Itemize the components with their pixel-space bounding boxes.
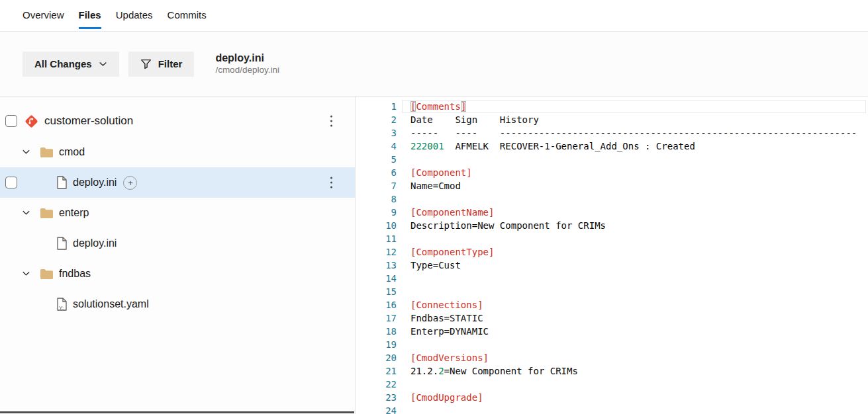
folder-label: cmod	[59, 146, 85, 158]
line-content: Type=Cust	[410, 259, 461, 272]
line-content: [CmodVersions]	[410, 351, 489, 364]
line-number: 17	[356, 311, 397, 325]
line-content: [CmodUpgrade]	[410, 391, 483, 404]
toolbar: All Changes Filter deploy.ini /cmod/depl…	[0, 32, 868, 97]
code-line-11[interactable]: 11	[356, 232, 868, 245]
tree-item-fndbas[interactable]: fndbas	[0, 259, 355, 289]
file-path: /cmod/deploy.ini	[215, 65, 279, 76]
line-number: 24	[356, 404, 397, 414]
folder-icon	[40, 208, 54, 219]
code-line-13[interactable]: 13Type=Cust	[356, 259, 868, 272]
current-line-highlight	[402, 100, 866, 113]
code-line-4[interactable]: 4222001 AFMELK RECOVER-1-General_Add_Ons…	[356, 140, 868, 153]
code-line-17[interactable]: 17Fndbas=STATIC	[356, 311, 868, 325]
yaml-file-icon: Y:	[56, 298, 68, 311]
line-content: Description=New Component for CRIMs	[410, 219, 606, 232]
file-tree: customer-solutioncmoddeploy.ini+enterpde…	[0, 97, 356, 414]
chevron-down-icon[interactable]	[21, 147, 32, 157]
file-label: solutionset.yaml	[73, 298, 149, 310]
line-content: [Comments]	[410, 100, 466, 113]
code-line-2[interactable]: 2Date Sign History	[356, 113, 868, 126]
tab-commits[interactable]: Commits	[168, 1, 207, 31]
line-number: 18	[356, 325, 397, 338]
code-line-12[interactable]: 12[ComponentType]	[356, 245, 868, 259]
line-number: 3	[356, 126, 397, 140]
checkbox[interactable]	[5, 115, 17, 127]
line-number: 23	[356, 391, 397, 404]
code-line-24[interactable]: 24	[356, 404, 868, 414]
chevron-down-icon[interactable]	[21, 269, 32, 279]
folder-label: fndbas	[59, 268, 91, 280]
kebab-menu-icon[interactable]	[328, 175, 335, 191]
tree-item-deploy-ini[interactable]: deploy.ini	[0, 228, 355, 259]
code-line-22[interactable]: 22	[356, 378, 868, 391]
line-content: Enterp=DYNAMIC	[410, 325, 489, 338]
code-editor[interactable]: 1[Comments]2Date Sign History3----- ----…	[356, 97, 868, 414]
line-content: Date Sign History	[410, 113, 539, 126]
line-number: 5	[356, 153, 397, 166]
all-changes-dropdown[interactable]: All Changes	[23, 52, 119, 77]
line-content: [Component]	[410, 166, 472, 179]
line-number: 11	[356, 232, 397, 245]
code-line-6[interactable]: 6[Component]	[356, 166, 868, 179]
filter-button[interactable]: Filter	[128, 52, 195, 77]
line-content: [Connections]	[410, 298, 483, 311]
code-line-5[interactable]: 5	[356, 153, 868, 166]
repo-label: customer-solution	[44, 114, 133, 128]
line-number: 22	[356, 378, 397, 391]
folder-icon	[40, 269, 54, 280]
tree-item-solutionset-yaml[interactable]: Y:solutionset.yaml	[0, 289, 355, 319]
tree-horizontal-scrollbar[interactable]	[0, 411, 354, 413]
tree-rows: customer-solutioncmoddeploy.ini+enterpde…	[0, 105, 355, 319]
tab-overview[interactable]: Overview	[23, 1, 64, 31]
code-line-20[interactable]: 20[CmodVersions]	[356, 351, 868, 364]
file-icon	[56, 237, 68, 250]
chevron-down-icon[interactable]	[21, 208, 32, 218]
code-line-1[interactable]: 1[Comments]	[356, 100, 868, 113]
line-number: 8	[356, 192, 397, 206]
code-line-8[interactable]: 8	[356, 192, 868, 206]
code-line-9[interactable]: 9[ComponentName]	[356, 206, 868, 219]
line-number: 13	[356, 259, 397, 272]
code-line-15[interactable]: 15	[356, 285, 868, 298]
line-content: 21.2.2=New Component for CRIMs	[410, 364, 578, 378]
line-number: 20	[356, 351, 397, 364]
filter-icon	[140, 58, 152, 69]
line-content: 222001 AFMELK RECOVER-1-General_Add_Ons …	[410, 140, 695, 153]
kebab-menu-icon[interactable]	[328, 113, 335, 130]
checkbox[interactable]	[5, 177, 17, 188]
line-content: ----- ---- -----------------------------…	[410, 126, 857, 140]
tab-updates[interactable]: Updates	[116, 1, 153, 31]
all-changes-label: All Changes	[34, 58, 92, 69]
tab-files[interactable]: Files	[79, 1, 101, 29]
code-line-3[interactable]: 3----- ---- ----------------------------…	[356, 126, 868, 140]
code-line-18[interactable]: 18Enterp=DYNAMIC	[356, 325, 868, 338]
file-icon	[56, 176, 68, 189]
line-number: 2	[356, 113, 397, 126]
code-line-19[interactable]: 19	[356, 338, 868, 351]
file-header: deploy.ini /cmod/deploy.ini	[215, 52, 279, 76]
line-number: 12	[356, 245, 397, 259]
tree-item-deploy-ini[interactable]: deploy.ini+	[0, 167, 355, 198]
tree-item-enterp[interactable]: enterp	[0, 198, 355, 228]
main-split: customer-solutioncmoddeploy.ini+enterpde…	[0, 97, 868, 414]
line-number: 9	[356, 206, 397, 219]
filter-label: Filter	[158, 58, 183, 69]
tree-repo-customer-solution[interactable]: customer-solution	[0, 105, 355, 137]
code-line-7[interactable]: 7Name=Cmod	[356, 179, 868, 192]
line-content: Name=Cmod	[410, 179, 461, 192]
line-number: 19	[356, 338, 397, 351]
code-line-10[interactable]: 10Description=New Component for CRIMs	[356, 219, 868, 232]
line-number: 1	[356, 100, 397, 113]
line-number: 15	[356, 285, 397, 298]
line-number: 21	[356, 364, 397, 378]
code-line-14[interactable]: 14	[356, 272, 868, 285]
add-badge[interactable]: +	[123, 176, 137, 190]
code-line-23[interactable]: 23[CmodUpgrade]	[356, 391, 868, 404]
file-label: deploy.ini	[73, 177, 117, 188]
file-title: deploy.ini	[215, 52, 279, 65]
tree-item-cmod[interactable]: cmod	[0, 137, 355, 167]
line-number: 4	[356, 140, 397, 153]
code-line-16[interactable]: 16[Connections]	[356, 298, 868, 311]
code-line-21[interactable]: 2121.2.2=New Component for CRIMs	[356, 364, 868, 378]
